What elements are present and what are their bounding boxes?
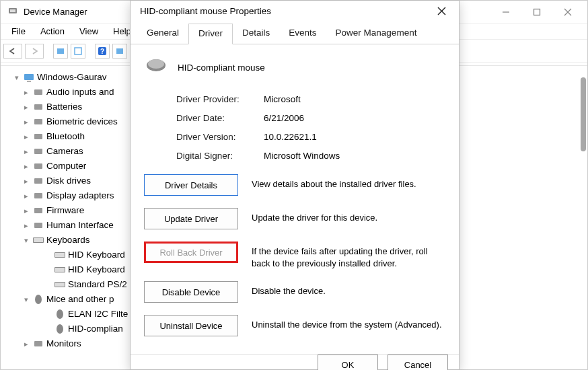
tree-item-label: Keyboards <box>45 233 90 248</box>
tab-power-management[interactable]: Power Management <box>326 24 427 44</box>
svg-rect-13 <box>34 89 42 95</box>
info-value: Microsoft Windows <box>264 151 340 161</box>
svg-rect-19 <box>34 178 42 184</box>
info-key: Driver Date: <box>176 113 264 123</box>
svg-rect-16 <box>34 134 42 139</box>
svg-rect-24 <box>34 238 43 242</box>
chevron-down-icon[interactable]: ▾ <box>21 292 32 307</box>
chevron-right-icon[interactable]: ▸ <box>21 159 32 174</box>
driver-info: Driver Provider:MicrosoftDriver Date:6/2… <box>176 89 445 165</box>
tree-item-label: Firmware <box>45 203 84 218</box>
tab-events[interactable]: Events <box>279 24 326 44</box>
tree-item-icon <box>32 190 45 202</box>
tree-item-label: Standard PS/2 <box>67 277 127 292</box>
chevron-down-icon[interactable]: ▾ <box>11 70 22 85</box>
cancel-button[interactable]: Cancel <box>388 355 448 370</box>
chevron-right-icon[interactable]: ▸ <box>21 114 32 129</box>
tree-item-icon <box>32 101 45 113</box>
toolbar-btn-help[interactable]: ? <box>95 44 110 59</box>
action-description: Uninstall the device from the system (Ad… <box>252 315 445 331</box>
info-value: 10.0.22621.1 <box>264 132 317 142</box>
svg-rect-30 <box>55 283 65 287</box>
minimize-button[interactable] <box>490 2 521 22</box>
toolbar-btn-2[interactable] <box>71 44 85 59</box>
chevron-right-icon[interactable]: ▸ <box>21 336 32 351</box>
toolbar-btn-1[interactable] <box>53 44 68 59</box>
uninstall-device-button[interactable]: Uninstall Device <box>144 315 238 336</box>
menu-action[interactable]: Action <box>34 25 71 38</box>
tree-item-icon <box>32 219 45 231</box>
chevron-right-icon[interactable]: ▸ <box>21 129 32 144</box>
ok-button[interactable]: OK <box>318 355 378 370</box>
chevron-right-icon[interactable]: ▸ <box>21 144 32 159</box>
dialog-body: HID-compliant mouse Driver Provider:Micr… <box>131 44 459 354</box>
title-area: Device Manager <box>7 5 87 18</box>
tab-details[interactable]: Details <box>233 24 279 44</box>
disable-device-button[interactable]: Disable Device <box>144 281 238 303</box>
info-value: Microsoft <box>264 94 301 104</box>
dialog-close-button[interactable] <box>428 1 455 21</box>
properties-dialog: HID-compliant mouse Properties GeneralDr… <box>130 0 460 370</box>
svg-rect-12 <box>27 81 31 82</box>
tree-item-icon <box>53 264 67 276</box>
tree-item-icon <box>53 249 67 261</box>
svg-text:?: ? <box>100 48 104 55</box>
tab-driver[interactable]: Driver <box>188 24 233 44</box>
svg-rect-21 <box>34 208 42 213</box>
svg-point-31 <box>35 295 42 304</box>
maximize-button[interactable] <box>521 2 552 22</box>
tree-item-icon <box>32 338 45 350</box>
info-row: Driver Version:10.0.22621.1 <box>176 127 445 146</box>
nav-forward-button[interactable] <box>25 44 44 59</box>
chevron-right-icon[interactable]: ▸ <box>21 100 32 114</box>
action-description: If the device fails after updating the d… <box>252 242 445 269</box>
chevron-right-icon[interactable]: ▸ <box>21 188 32 203</box>
nav-back-button[interactable] <box>3 44 22 59</box>
action-row: Update DriverUpdate the driver for this … <box>144 208 445 229</box>
tree-item-icon <box>32 234 45 246</box>
tree-item-icon <box>32 160 45 172</box>
tree-item-label: HID Keyboard <box>67 248 125 262</box>
chevron-right-icon[interactable]: ▸ <box>21 218 32 233</box>
chevron-right-icon[interactable]: ▸ <box>21 85 32 100</box>
window-controls <box>490 2 583 22</box>
action-row: Driver DetailsView details about the ins… <box>144 174 445 196</box>
tree-item-label: Computer <box>45 159 86 174</box>
tree-item-icon <box>32 145 45 157</box>
svg-rect-18 <box>34 163 42 169</box>
menu-file[interactable]: File <box>5 25 32 38</box>
device-name: HID-compliant mouse <box>178 63 265 73</box>
action-row: Uninstall DeviceUninstall the device fro… <box>144 315 445 336</box>
svg-rect-14 <box>34 104 42 110</box>
content-scrollbar[interactable] <box>575 65 587 369</box>
svg-rect-1 <box>10 9 15 12</box>
toolbar-btn-3[interactable] <box>112 44 127 59</box>
close-button[interactable] <box>552 2 583 22</box>
tree-item-label: Batteries <box>45 100 82 114</box>
action-description: View details about the installed driver … <box>252 174 445 190</box>
scrollbar-thumb[interactable] <box>581 77 586 151</box>
main-title: Device Manager <box>24 7 87 17</box>
app-icon <box>7 5 18 18</box>
svg-rect-17 <box>34 149 42 154</box>
tree-item-label: Bluetooth <box>45 129 85 144</box>
mouse-icon <box>144 55 168 80</box>
svg-rect-6 <box>57 48 64 54</box>
tree-item-icon <box>53 308 67 320</box>
tree-item-label: Display adapters <box>45 188 114 203</box>
tab-general[interactable]: General <box>137 24 188 44</box>
tree-item-label: ELAN I2C Filte <box>67 307 128 322</box>
tree-item-label: Monitors <box>45 336 81 351</box>
tree-item-label: HID-complian <box>67 322 123 336</box>
chevron-right-icon[interactable]: ▸ <box>21 174 32 188</box>
chevron-right-icon[interactable]: ▸ <box>21 203 32 218</box>
menu-view[interactable]: View <box>73 25 105 38</box>
info-row: Digital Signer:Microsoft Windows <box>176 146 445 165</box>
tree-item-label: Cameras <box>45 144 83 159</box>
update-driver-button[interactable]: Update Driver <box>144 208 238 229</box>
driver-details-button[interactable]: Driver Details <box>144 174 238 196</box>
driver-actions: Driver DetailsView details about the ins… <box>144 174 445 336</box>
svg-rect-11 <box>24 74 34 80</box>
tree-item-icon <box>53 323 67 335</box>
chevron-down-icon[interactable]: ▾ <box>21 233 32 248</box>
